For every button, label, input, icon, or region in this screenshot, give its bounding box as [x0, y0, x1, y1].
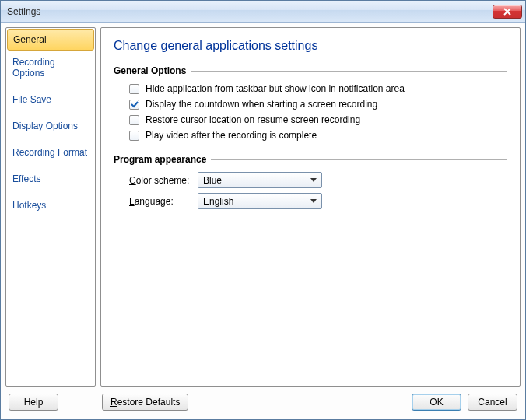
check-icon: [131, 100, 139, 108]
option-hide-taskbar: Hide application from taskbar but show i…: [114, 81, 507, 96]
combo-color-scheme[interactable]: Blue: [198, 172, 322, 188]
option-label: Hide application from taskbar but show i…: [146, 83, 405, 94]
sidebar-item-file-save[interactable]: File Save: [6, 89, 95, 110]
section-program-appearance: Program appearance Color scheme: Blue La…: [114, 154, 507, 212]
sidebar-item-label: File Save: [12, 94, 51, 105]
close-button[interactable]: [493, 5, 522, 19]
divider: [191, 71, 507, 72]
chevron-down-icon: [307, 194, 320, 208]
sidebar: General Recording Options File Save Disp…: [5, 27, 96, 387]
section-heading: General Options: [114, 65, 186, 76]
sidebar-item-label: General: [13, 34, 47, 45]
row-color-scheme: Color scheme: Blue: [114, 170, 507, 191]
footer: Help Restore Defaults OK Cancel: [1, 391, 525, 419]
option-display-countdown: Display the countdown when starting a sc…: [114, 96, 507, 112]
body-area: General Recording Options File Save Disp…: [1, 23, 525, 391]
combo-language[interactable]: English: [198, 193, 322, 209]
sidebar-item-effects[interactable]: Effects: [6, 168, 95, 190]
sidebar-item-label: Hotkeys: [12, 200, 46, 211]
ok-button[interactable]: OK: [412, 394, 461, 411]
button-label: Restore Defaults: [110, 397, 180, 408]
label-language: Language:: [129, 196, 191, 207]
settings-window: Settings General Recording Options File …: [0, 0, 526, 420]
sidebar-item-recording-options[interactable]: Recording Options: [6, 51, 95, 84]
restore-defaults-button[interactable]: Restore Defaults: [102, 394, 188, 411]
checkbox-restore-cursor[interactable]: [129, 115, 139, 125]
button-label: Cancel: [478, 397, 507, 408]
sidebar-item-label: Display Options: [12, 121, 78, 131]
option-play-after: Play video after the recording is comple…: [114, 128, 507, 143]
cancel-button[interactable]: Cancel: [468, 394, 517, 411]
section-program-appearance-heading: Program appearance: [114, 154, 507, 165]
option-label: Play video after the recording is comple…: [146, 130, 317, 141]
label-color-scheme: Color scheme:: [129, 175, 191, 186]
checkbox-play-after[interactable]: [129, 131, 139, 141]
section-general-options: General Options: [114, 65, 507, 76]
row-language: Language: English: [114, 191, 507, 212]
option-restore-cursor: Restore cursor location on resume screen…: [114, 112, 507, 128]
sidebar-item-label: Effects: [12, 173, 40, 184]
sidebar-item-hotkeys[interactable]: Hotkeys: [6, 194, 95, 216]
checkbox-hide-taskbar[interactable]: [129, 84, 139, 94]
button-label: Help: [24, 397, 44, 408]
option-label: Restore cursor location on resume screen…: [146, 114, 360, 125]
combo-value: English: [203, 196, 233, 207]
main-panel: Change general applications settings Gen…: [100, 27, 521, 387]
button-label: OK: [430, 397, 443, 408]
sidebar-item-label: Recording Format: [12, 147, 87, 158]
close-icon: [503, 8, 511, 16]
footer-left: Help: [9, 394, 58, 411]
chevron-down-icon: [307, 173, 320, 187]
option-label: Display the countdown when starting a sc…: [146, 99, 377, 110]
combo-value: Blue: [203, 175, 222, 186]
page-title: Change general applications settings: [114, 39, 507, 53]
sidebar-item-display-options[interactable]: Display Options: [6, 115, 95, 137]
window-title: Settings: [7, 6, 40, 17]
sidebar-item-general[interactable]: General: [7, 29, 94, 51]
checkbox-display-countdown[interactable]: [129, 100, 139, 110]
divider: [211, 159, 507, 160]
footer-mid: Restore Defaults: [102, 394, 412, 411]
titlebar: Settings: [1, 1, 525, 23]
section-heading: Program appearance: [114, 154, 206, 165]
sidebar-item-label: Recording Options: [12, 57, 55, 79]
footer-right: OK Cancel: [412, 394, 517, 411]
help-button[interactable]: Help: [9, 394, 58, 411]
sidebar-item-recording-format[interactable]: Recording Format: [6, 142, 95, 163]
